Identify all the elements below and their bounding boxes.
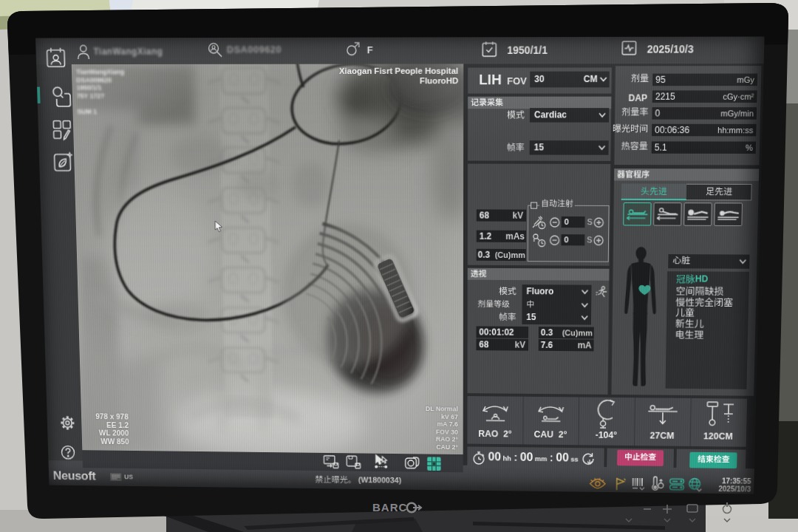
svg-text:BARC: BARC <box>372 501 407 514</box>
